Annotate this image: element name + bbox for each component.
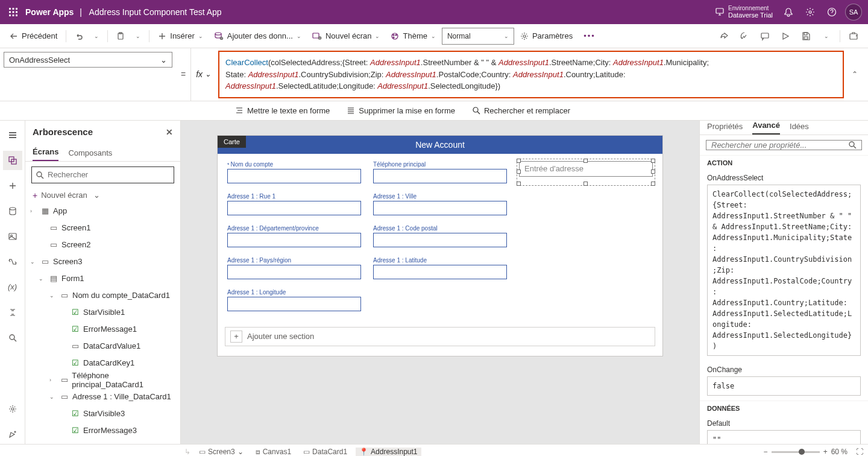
input-rue[interactable] xyxy=(227,201,361,215)
resize-handle[interactable] xyxy=(583,182,588,186)
tab-ideas[interactable]: Idées xyxy=(790,122,809,135)
formula-collapse-icon[interactable]: ⌃ xyxy=(849,68,861,80)
tree-item-errormessage3[interactable]: ☑ErrorMessage3 xyxy=(25,422,180,439)
tree-item-tel-datacard[interactable]: ›▭Téléphone principal_DataCard1 xyxy=(25,372,180,388)
input-nom[interactable] xyxy=(227,169,361,183)
format-text-button[interactable]: Mettre le texte en forme xyxy=(235,106,330,115)
rail-settings-icon[interactable] xyxy=(3,399,22,419)
theme-button[interactable]: Thème⌄ xyxy=(386,27,440,46)
resize-handle[interactable] xyxy=(517,159,521,163)
environment-picker[interactable]: Environnement Dataverse Trial xyxy=(715,5,773,19)
tree-item-datacardvalue3[interactable]: ▭DataCardValue3 xyxy=(25,439,180,444)
publish-icon[interactable] xyxy=(844,27,863,46)
tab-properties[interactable]: Propriétés xyxy=(707,122,743,135)
tab-screens[interactable]: Écrans xyxy=(33,147,58,161)
tree-search[interactable] xyxy=(31,166,174,183)
crumb-addressinput1[interactable]: 📍AddressInput1 xyxy=(356,448,421,456)
resize-handle[interactable] xyxy=(651,159,655,163)
avatar[interactable]: SA xyxy=(845,4,862,21)
tree-item-datacardvalue1[interactable]: ▭DataCardValue1 xyxy=(25,338,180,355)
zoom-in-icon[interactable]: + xyxy=(823,448,828,456)
zoom-slider[interactable] xyxy=(772,451,820,453)
tree-item-datacardkey1[interactable]: ☑DataCardKey1 xyxy=(25,355,180,372)
undo-button[interactable] xyxy=(70,27,88,46)
props-search-input[interactable] xyxy=(711,141,844,150)
notifications-icon[interactable] xyxy=(778,0,799,24)
save-dropdown[interactable]: ⌄ xyxy=(817,27,836,46)
insert-button[interactable]: Insérer⌄ xyxy=(153,27,207,46)
tree-item-nom-datacard[interactable]: ⌄▭Nom du compte_DataCard1 xyxy=(25,287,180,304)
tree-item-starvisible1[interactable]: ☑StarVisible1 xyxy=(25,304,180,321)
props-search[interactable] xyxy=(706,140,862,150)
rail-flows-icon[interactable] xyxy=(3,252,22,271)
tab-advanced[interactable]: Avancé xyxy=(752,121,780,135)
waffle-icon[interactable] xyxy=(4,2,23,22)
tree-close-icon[interactable]: ✕ xyxy=(166,127,173,137)
new-screen-button[interactable]: Nouvel écran⌄ xyxy=(307,27,385,46)
tree-item-form1[interactable]: ⌄▤Form1 xyxy=(25,270,180,287)
input-lat[interactable] xyxy=(373,265,507,279)
rail-add-icon[interactable] xyxy=(3,176,22,195)
rail-tests-icon[interactable] xyxy=(3,303,22,322)
tree-item-app[interactable]: ›▦App xyxy=(25,203,180,220)
rail-tree-icon[interactable] xyxy=(3,151,22,170)
prop-onchange-value[interactable]: false xyxy=(707,376,861,396)
resize-handle[interactable] xyxy=(651,169,655,174)
tree-item-starvisible3[interactable]: ☑StarVisible3 xyxy=(25,405,180,422)
new-screen-button[interactable]: +Nouvel écran⌄ xyxy=(25,188,180,203)
remove-format-button[interactable]: Supprimer la mise en forme xyxy=(347,106,455,115)
input-ville[interactable] xyxy=(373,201,507,215)
resize-handle[interactable] xyxy=(583,159,588,163)
input-lon[interactable] xyxy=(227,297,361,311)
rail-variables-icon[interactable]: (x) xyxy=(3,277,22,297)
tree-item-ville-datacard[interactable]: ⌄▭Adresse 1 : Ville_DataCard1 xyxy=(25,388,180,405)
tab-components[interactable]: Composants xyxy=(68,148,112,161)
share-icon[interactable] xyxy=(714,27,734,46)
rail-media-icon[interactable] xyxy=(3,227,22,246)
crumb-canvas1[interactable]: ⧈Canvas1 xyxy=(252,448,295,456)
paste-button[interactable] xyxy=(112,27,130,46)
tree-item-screen3[interactable]: ⌄▭Screen3 xyxy=(25,253,180,270)
rail-data-icon[interactable] xyxy=(3,201,22,221)
resize-handle[interactable] xyxy=(651,182,655,186)
canvas[interactable]: Carte New Account Nom du compte Téléphon… xyxy=(217,135,663,356)
more-button[interactable]: ••• xyxy=(579,27,600,46)
resize-handle[interactable] xyxy=(517,169,521,174)
address-input[interactable]: Entrée d'adresse xyxy=(519,161,653,183)
save-icon[interactable] xyxy=(796,27,816,46)
zoom-controls[interactable]: − + 60 % ⛶ xyxy=(764,448,863,456)
play-icon[interactable] xyxy=(776,27,795,46)
settings-button[interactable]: Paramètres xyxy=(515,27,577,46)
tree-item-errormessage1[interactable]: ☑ErrorMessage1 xyxy=(25,321,180,338)
tree-item-screen1[interactable]: ▭Screen1 xyxy=(25,220,180,236)
check-icon[interactable] xyxy=(735,27,754,46)
comments-icon[interactable] xyxy=(755,27,775,46)
resize-handle[interactable] xyxy=(517,182,521,186)
settings-icon[interactable] xyxy=(799,0,821,24)
formula-input[interactable]: ClearCollect(colSelectedAddress;{Street:… xyxy=(218,51,844,98)
input-cp[interactable] xyxy=(373,233,507,247)
prop-onaddressselect-value[interactable]: ClearCollect(colSelectedAddress;{Street:… xyxy=(707,185,861,356)
rail-copilot-icon[interactable] xyxy=(3,425,22,444)
property-select[interactable]: OnAddressSelect⌄ xyxy=(4,52,172,68)
rail-search-icon[interactable] xyxy=(3,328,22,347)
zoom-out-icon[interactable]: − xyxy=(764,448,768,456)
tree-item-screen2[interactable]: ▭Screen2 xyxy=(25,236,180,253)
fit-icon[interactable]: ⛶ xyxy=(856,448,863,456)
format-select[interactable]: Normal⌄ xyxy=(442,28,514,45)
rail-hamburger-icon[interactable] xyxy=(3,125,22,145)
find-replace-button[interactable]: Rechercher et remplacer xyxy=(472,106,570,115)
back-button[interactable]: Précédent xyxy=(5,27,62,46)
crumb-screen3[interactable]: ▭Screen3⌄ xyxy=(195,448,247,456)
undo-dropdown[interactable]: ⌄ xyxy=(89,27,104,46)
add-data-button[interactable]: Ajouter des donn...⌄ xyxy=(209,27,306,46)
input-dept[interactable] xyxy=(227,233,361,247)
fx-icon[interactable]: fx⌄ xyxy=(190,48,216,101)
input-tel[interactable] xyxy=(373,169,507,183)
prop-default-value[interactable]: "" xyxy=(707,430,861,444)
input-pays[interactable] xyxy=(227,265,361,279)
paste-dropdown[interactable]: ⌄ xyxy=(131,27,145,46)
add-section-button[interactable]: + Ajouter une section xyxy=(225,327,655,346)
crumb-datacard1[interactable]: ▭DataCard1 xyxy=(300,448,351,456)
tree-search-input[interactable] xyxy=(48,170,170,179)
